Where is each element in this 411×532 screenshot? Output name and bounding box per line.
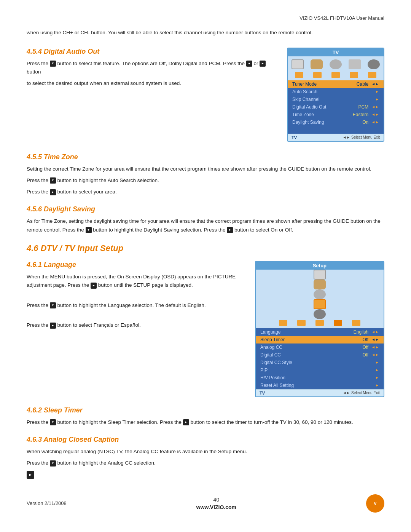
section-461-heading: 4.6.1 Language	[27, 261, 244, 269]
section-455-body: Setting the correct Time Zone for your a…	[27, 165, 384, 197]
section-462-para1: Press the ▼ button to highlight the Slee…	[27, 418, 384, 427]
section-455-para1: Setting the correct Time Zone for your a…	[27, 165, 384, 173]
monitor-icon-shape	[292, 59, 304, 69]
menu-label-timezone: Time Zone	[292, 112, 353, 117]
vizio-logo-text: V	[374, 501, 376, 506]
section-462: 4.6.2 Sleep Timer Press the ▼ button to …	[27, 406, 384, 427]
setup-arrow-digitalccstyle: ►	[375, 360, 379, 364]
tv-title-bar: TV	[288, 48, 384, 56]
section-461-body: When the MENU button is pressed, the On …	[27, 273, 244, 330]
menu-label-skipchannel: Skip Channel	[292, 97, 372, 102]
section-454-para1: Press the ▼ button to select this featur…	[27, 59, 276, 77]
tv-menu-row-timezone: Time Zone Eastern ◄►	[288, 111, 384, 118]
footer-website: www.VIZIO.com	[67, 504, 366, 510]
tv-bottom-bar: TV ◄► Select Menu Exit	[288, 134, 384, 141]
tv-menu-row-autosearch: Auto Search ►	[288, 88, 384, 96]
setup-arrow-resetall: ►	[375, 383, 379, 387]
setup-satellite-shape	[314, 289, 326, 299]
satellite-icon-shape	[330, 59, 342, 69]
setup-headphone-shape	[314, 309, 326, 319]
setup-menu-row-hvposition: H/V Position ►	[256, 374, 384, 382]
tv-bottom-nav: ◄► Select Menu Exit	[342, 135, 380, 139]
section-456-body: As for Time Zone, setting the daylight s…	[27, 217, 384, 234]
setup-title-bar: Setup	[256, 262, 384, 270]
section-461-para1: When the MENU button is pressed, the On …	[27, 273, 244, 290]
tv-icon-monitor	[292, 59, 304, 69]
tv-icon-satellite	[330, 59, 342, 69]
manual-title: VIZIO VS42L FHDTV10A User Manual	[299, 15, 384, 21]
setup-label-pip: PIP	[260, 367, 372, 373]
setup-arrow-language: ◄►	[371, 330, 379, 334]
right-icon: ►	[260, 61, 266, 67]
tv-small-icon-2	[313, 72, 322, 78]
section-455: 4.5.5 Time Zone Setting the correct Time…	[27, 153, 384, 197]
down-icon-455a: ▼	[50, 177, 56, 184]
setup-bottom-bar: TV ◄► Select Menu Exit	[256, 389, 384, 396]
menu-arrow-timezone: ◄►	[371, 112, 379, 117]
setup-small-icon-1	[279, 320, 287, 326]
setup-icon-active	[256, 299, 384, 309]
footer-page-num: 40	[67, 497, 366, 503]
setup-label-resetall: Reset All Setting	[260, 383, 372, 388]
section-46: 4.6 DTV / TV Input Setup	[27, 243, 384, 253]
setup-icon-satellite	[256, 289, 384, 299]
section-463-heading: 4.6.3 Analog Closed Caption	[27, 436, 384, 444]
setup-arrow-analogcc: ◄►	[371, 345, 379, 349]
menu-label-audioout: Digital Audio Out	[292, 104, 358, 110]
section-455-para2: Press the ▼ button to highlight the Auto…	[27, 176, 384, 185]
setup-label-sleep: Sleep Timer	[260, 337, 362, 342]
section-461-text: 4.6.1 Language When the MENU button is p…	[27, 261, 244, 397]
section-454-text: 4.5.4 Digital Audio Out Press the ▼ butt…	[27, 48, 276, 91]
headphone-icon-shape	[368, 59, 380, 69]
setup-arrow-digitalcc: ◄►	[371, 353, 379, 357]
setup-arrow-hvposition: ►	[375, 375, 379, 380]
down-icon-462a: ▼	[50, 419, 56, 425]
section-463-icon-area: ►	[27, 471, 384, 479]
setup-menu-row-analogcc: Analog CC Off ◄►	[256, 343, 384, 351]
menu-label-daylightsaving: Daylight Saving	[292, 120, 362, 125]
setup-label-digitalcc: Digital CC	[260, 352, 362, 358]
menu-arrow-audioout: ◄►	[371, 105, 379, 109]
section-461-para3: Press the ► button to select Français or…	[27, 321, 244, 329]
menu-label-tuner: Tuner Mode	[292, 81, 357, 87]
setup-monitor-shape	[314, 270, 326, 280]
right-icon-463b: ►	[27, 471, 34, 479]
section-462-heading: 4.6.2 Sleep Timer	[27, 406, 384, 414]
setup-second-icons-row	[256, 319, 384, 328]
tv-screenshot-454: TV	[287, 48, 384, 142]
section-456: 4.5.6 Daylight Saving As for Time Zone, …	[27, 205, 384, 234]
down-icon-461b: ▼	[50, 302, 56, 308]
setup-small-icon-3	[315, 320, 324, 326]
tv-icon-camera	[311, 59, 323, 69]
right-icon-462b: ►	[183, 419, 189, 425]
tv-menu-area: Tuner Mode Cable ◄► Auto Search ► Skip C…	[288, 80, 384, 134]
setup-value-language: English	[354, 329, 368, 335]
tv-small-icon-5	[368, 72, 376, 78]
setup-small-icon-2	[297, 320, 306, 326]
page-header: VIZIO VS42L FHDTV10A User Manual	[27, 15, 384, 21]
section-454: 4.5.4 Digital Audio Out Press the ▼ butt…	[27, 48, 384, 142]
section-463-body: When watching regular analog (NTSC) TV, …	[27, 447, 384, 479]
tv-menu-row-daylightsaving: Daylight Saving On ◄►	[288, 118, 384, 126]
setup-label-hvposition: H/V Position	[260, 375, 372, 380]
section-461-para2: Press the ▼ button to highlight the Lang…	[27, 301, 244, 310]
section-455-heading: 4.5.5 Time Zone	[27, 153, 384, 161]
tv-small-icon-3	[331, 72, 340, 78]
tv-menu-spacer	[288, 126, 384, 134]
setup-menu-row-pip: PIP ►	[256, 366, 384, 374]
tv-bottom-label: TV	[292, 135, 297, 140]
section-46-heading: 4.6 DTV / TV Input Setup	[27, 243, 384, 253]
vizio-logo: V	[366, 494, 384, 513]
right-icon-461c: ►	[50, 323, 56, 329]
setup-label-digitalccstyle: Digital CC Style	[260, 360, 372, 365]
section-462-body: Press the ▼ button to highlight the Slee…	[27, 418, 384, 427]
setup-icon-camera	[256, 280, 384, 289]
antenna-icon-shape	[349, 59, 361, 69]
setup-bottom-label: TV	[260, 391, 265, 395]
tv-icon-antenna	[349, 59, 361, 69]
setup-menu-row-digitalcc: Digital CC Off ◄►	[256, 351, 384, 359]
menu-value-daylightsaving: On	[362, 120, 368, 125]
down-icon: ▼	[50, 61, 56, 67]
setup-menu-row-sleep: Sleep Timer Off ◄►	[256, 336, 384, 343]
setup-small-icon-4	[334, 320, 342, 326]
